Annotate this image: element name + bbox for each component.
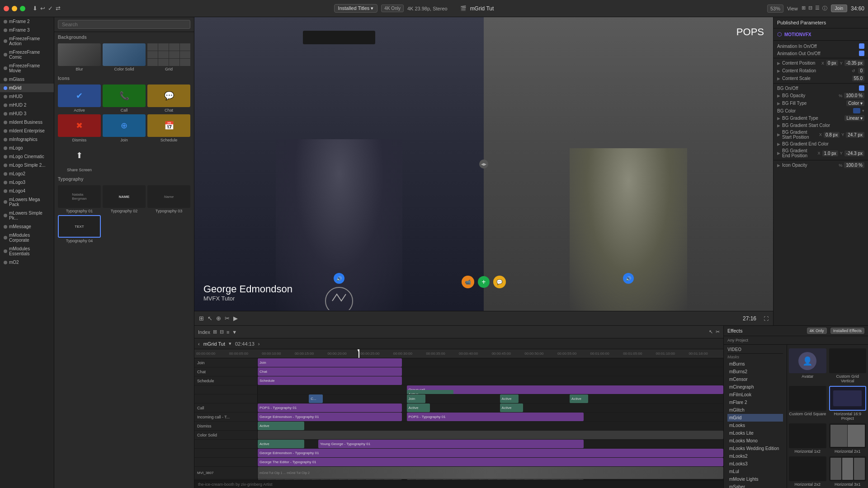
sidebar-item-mhud2[interactable]: mHUD 2 — [0, 101, 54, 109]
effect-mlooks-mono[interactable]: mLooks Mono — [727, 437, 783, 445]
clip-george-typo[interactable]: George Edmondson - Typography 01 — [258, 413, 402, 421]
effect-thumb-horizontal-169[interactable]: Horizontal 16:9 Project — [829, 386, 867, 421]
effect-thumb-horizontal-3x1-a[interactable]: Horizontal 3x1 — [829, 456, 867, 487]
anim-in-checkbox[interactable] — [859, 43, 864, 49]
sidebar-item-mlowers-mega[interactable]: mLowers Mega Pack — [0, 195, 54, 209]
bg-color-dropdown[interactable]: ▾ — [862, 108, 864, 113]
transform-btn[interactable]: ⊕ — [216, 315, 221, 322]
view-mode-btn[interactable]: ⊞ — [199, 315, 204, 322]
clip-pops-typo-2[interactable]: POPS - Typography 01 — [407, 413, 584, 421]
effect-mlooks-wedding[interactable]: mLooks Wedding Edition — [727, 445, 783, 452]
typo-04-thumb[interactable]: TEXT Typography 04 — [58, 215, 101, 243]
tl-nav-dropdown[interactable]: ▾ — [229, 341, 231, 347]
tl-btn-3[interactable]: ≡ — [226, 329, 229, 335]
bg-opacity-val[interactable]: 100.0 % — [844, 93, 864, 99]
icon-opacity-val[interactable]: 100.0 % — [844, 162, 864, 168]
bg-grad-end-x[interactable]: 1.0 px — [822, 150, 838, 156]
thumb-grid[interactable]: Grid — [147, 43, 190, 71]
video-button[interactable]: 📹 — [462, 276, 474, 288]
icon-call-thumb[interactable]: 📞 Call — [103, 84, 146, 113]
clip-color-solid[interactable] — [258, 431, 723, 439]
sidebar-item-mfreezeframe-comic[interactable]: mFreezeFrame Comic — [0, 48, 54, 61]
installed-titles-dropdown[interactable]: Installed Titles ▾ — [334, 4, 378, 13]
bg-grad-start-color-arrow[interactable]: ▶ — [777, 123, 780, 128]
effect-thumb-avatar[interactable]: 👤 Avatar — [789, 348, 826, 383]
sidebar-item-mlogo3[interactable]: mLogo3 — [0, 178, 54, 187]
save-icon[interactable]: ⬇ — [33, 5, 38, 12]
effect-thumb-custom-grid-vertical[interactable]: Custom Grid Vertical — [829, 348, 867, 383]
sidebar-item-mframe3[interactable]: mFrame 3 — [0, 26, 54, 34]
clip-active-2[interactable]: Active — [500, 394, 519, 403]
clip-young-george[interactable]: Young George - Typography 01 — [318, 440, 584, 448]
tl-btn-4[interactable]: ▼ — [232, 329, 237, 335]
bg-grad-start-x[interactable]: 0.8 px — [824, 132, 840, 138]
effect-thumb-horizontal-2x1[interactable]: Horizontal 2x1 — [829, 423, 867, 454]
effect-mlooks-lite[interactable]: mLooks Lite — [727, 429, 783, 437]
sidebar-item-minfographics[interactable]: mInfographics — [0, 135, 54, 144]
tl-nav-prev[interactable]: ‹ — [198, 341, 200, 347]
sidebar-item-mgrid[interactable]: mGrid — [0, 84, 54, 92]
clip-c[interactable]: C... — [309, 394, 323, 403]
effect-mlooks[interactable]: mLooks — [727, 422, 783, 429]
content-pos-x[interactable]: 0 px — [826, 60, 838, 66]
bg-grad-type-val[interactable]: Linear ▾ — [844, 115, 864, 121]
typo-03-thumb[interactable]: Name Typography 03 — [147, 185, 190, 213]
sidebar-item-mmodules-essentials[interactable]: mModules Essentials — [0, 244, 54, 258]
effect-mburns[interactable]: mBurns — [727, 360, 783, 368]
content-pos-arrow[interactable]: ▶ — [777, 61, 780, 66]
effect-mlul[interactable]: mLul — [727, 468, 783, 475]
tl-pointer-tool[interactable]: ↖ — [709, 329, 713, 335]
layout-icon-3[interactable]: ☰ — [815, 5, 820, 12]
clip-active-1[interactable]: Active — [407, 390, 453, 394]
clip-chat[interactable]: Chat — [258, 367, 402, 376]
bg-grad-end-color-arrow[interactable]: ▶ — [777, 142, 780, 146]
clip-join[interactable]: Join — [258, 358, 402, 367]
effect-mgrid[interactable]: mGrid — [727, 414, 783, 422]
sidebar-item-mlogo-cinematic[interactable]: mLogo Cinematic — [0, 152, 54, 161]
minimize-button[interactable] — [12, 6, 17, 11]
effect-msaber[interactable]: mSaber — [727, 483, 783, 488]
icon-dismiss-thumb[interactable]: ✖ Dismiss — [58, 114, 101, 142]
clip-active-call-2[interactable]: Active — [500, 404, 524, 412]
clip-active-call-1[interactable]: Active — [407, 404, 430, 412]
effect-mlooks2[interactable]: mLooks2 — [727, 452, 783, 460]
sidebar-item-mlogo2[interactable]: mLogo2 — [0, 169, 54, 178]
bg-fill-arrow[interactable]: ▶ — [777, 101, 780, 106]
playhead[interactable] — [359, 349, 359, 358]
sidebar-item-mhud[interactable]: mHUD — [0, 92, 54, 101]
bg-opacity-arrow[interactable]: ▶ — [777, 94, 780, 98]
sidebar-item-mmessage[interactable]: mMessage — [0, 222, 54, 231]
clip-schedule[interactable]: Schedule — [258, 376, 402, 385]
bg-grad-end-pos-arrow[interactable]: ▶ — [777, 151, 780, 155]
clip-pops-typo[interactable]: POPS - Typography 01 — [258, 404, 402, 412]
clip-george-editor[interactable]: George Edmondson - Typography 01 — [258, 449, 723, 457]
effect-thumb-horizontal-1x2[interactable]: Horizontal 1x2 — [789, 423, 826, 454]
close-button[interactable] — [4, 6, 9, 11]
icon-opacity-arrow[interactable]: ▶ — [777, 163, 780, 168]
undo-icon[interactable]: ↩ — [40, 5, 45, 12]
play-btn[interactable]: ▶ — [233, 315, 238, 322]
clip-active-3[interactable]: Active — [570, 394, 588, 403]
effect-mcensor[interactable]: mCensor — [727, 375, 783, 383]
content-pos-y[interactable]: -0.35 px — [844, 60, 864, 66]
filter-installed-btn[interactable]: Installed Effects — [830, 328, 864, 334]
effect-mglitch[interactable]: mGlitch — [727, 406, 783, 414]
thumb-blur[interactable]: Blur — [58, 43, 101, 71]
effect-thumb-custom-grid-square[interactable]: Custom Grid Square — [789, 386, 826, 421]
mute-button-right[interactable]: 🔊 — [623, 273, 634, 284]
sidebar-item-mident-enterprise[interactable]: mIdent Enterprise — [0, 127, 54, 135]
bg-grad-type-arrow[interactable]: ▶ — [777, 116, 780, 121]
content-scale-arrow[interactable]: ▶ — [777, 76, 780, 81]
join-button[interactable]: Join — [831, 5, 847, 12]
sidebar-item-mlogo-simple2[interactable]: mLogo Simple 2... — [0, 161, 54, 169]
search-input[interactable] — [58, 20, 190, 29]
icon-share-thumb[interactable]: ⬆ Share Screen — [58, 144, 101, 172]
redo-icon[interactable]: ✓ — [48, 5, 53, 12]
tl-btn-1[interactable]: ⊞ — [213, 329, 217, 335]
icon-active-thumb[interactable]: ✔ Active — [58, 84, 101, 113]
share-icon[interactable]: ⇄ — [56, 5, 61, 12]
bg-grad-end-y[interactable]: -24.3 px — [844, 150, 864, 156]
layout-icon-1[interactable]: ⊞ — [802, 5, 806, 12]
add-button[interactable]: + — [478, 276, 490, 288]
sidebar-item-mlogo4[interactable]: mLogo4 — [0, 187, 54, 195]
